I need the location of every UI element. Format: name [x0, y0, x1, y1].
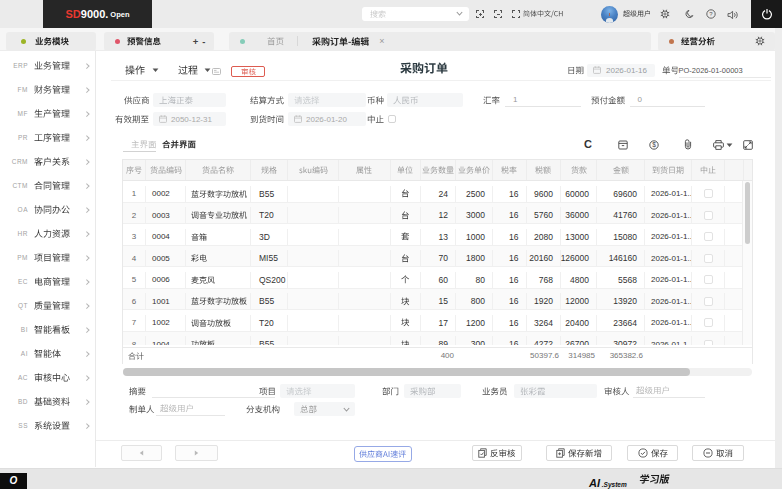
svg-text:$: $	[652, 141, 656, 148]
svg-text:?: ?	[709, 11, 713, 17]
